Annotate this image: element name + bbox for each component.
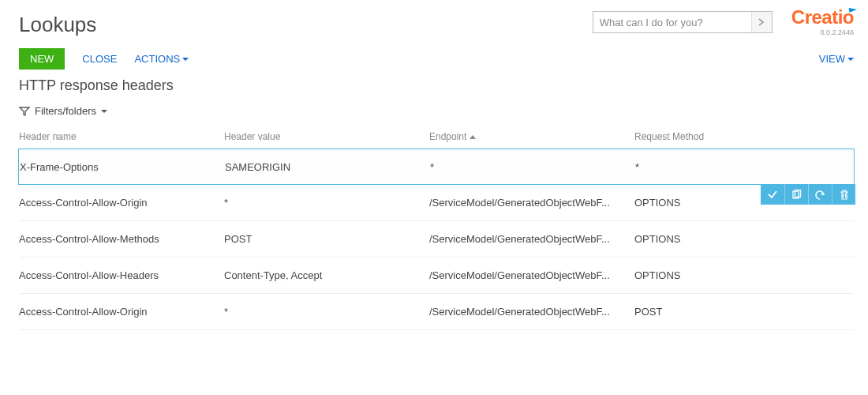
cell-header-name: Access-Control-Allow-Origin: [19, 306, 224, 318]
cell-endpoint: /ServiceModel/GeneratedObjectWebF...: [429, 233, 634, 245]
grid-body: X-Frame-OptionsSAMEORIGIN**Access-Contro…: [19, 149, 854, 330]
cell-request-method: *: [635, 161, 854, 173]
cell-endpoint: /ServiceModel/GeneratedObjectWebF...: [429, 197, 634, 209]
chevron-right-icon: [758, 18, 765, 26]
delete-button[interactable]: [832, 184, 855, 205]
brand-logo: Creatio: [791, 8, 854, 27]
table-row[interactable]: Access-Control-Allow-Origin*/ServiceMode…: [19, 294, 854, 330]
copy-button[interactable]: [784, 184, 808, 205]
cell-header-value: *: [224, 197, 429, 209]
cell-header-name: Access-Control-Allow-Origin: [19, 197, 224, 209]
actions-menu[interactable]: ACTIONS: [134, 53, 189, 65]
cell-header-name: X-Frame-Options: [20, 161, 225, 173]
cell-header-value: POST: [224, 233, 429, 245]
brand-version: 8.0.2.2446: [791, 28, 854, 36]
cell-request-method: OPTIONS: [634, 233, 854, 245]
cell-endpoint: *: [430, 161, 635, 173]
table-row[interactable]: Access-Control-Allow-Origin*/ServiceMode…: [19, 185, 854, 221]
column-header-value[interactable]: Header value: [224, 131, 429, 142]
cell-header-value: SAMEORIGIN: [225, 161, 430, 173]
column-endpoint[interactable]: Endpoint: [429, 131, 634, 142]
column-request-method[interactable]: Request Method: [634, 131, 854, 142]
confirm-button[interactable]: [761, 184, 784, 205]
delete-icon: [840, 190, 849, 200]
cell-header-value: *: [224, 306, 429, 318]
row-actions: [761, 184, 855, 205]
undo-icon: [814, 190, 826, 200]
brand-accent-icon: [849, 6, 858, 13]
filters-folders-menu[interactable]: Filters/folders: [19, 105, 854, 117]
close-button[interactable]: CLOSE: [82, 53, 117, 65]
cell-request-method: POST: [634, 306, 854, 318]
column-header-name[interactable]: Header name: [19, 131, 224, 142]
cell-request-method: OPTIONS: [634, 269, 854, 281]
undo-button[interactable]: [808, 184, 832, 205]
cell-header-name: Access-Control-Allow-Methods: [19, 233, 224, 245]
section-subtitle: HTTP response headers: [19, 77, 854, 94]
filter-icon: [19, 106, 30, 117]
new-button[interactable]: NEW: [19, 48, 65, 70]
view-menu[interactable]: VIEW: [819, 53, 854, 65]
table-row[interactable]: X-Frame-OptionsSAMEORIGIN**: [18, 149, 855, 185]
global-search-input[interactable]: [593, 17, 751, 28]
global-search-go[interactable]: [751, 12, 772, 32]
copy-icon: [791, 190, 802, 200]
cell-endpoint: /ServiceModel/GeneratedObjectWebF...: [429, 306, 634, 318]
grid-header: Header name Header value Endpoint Reques…: [19, 125, 854, 149]
sort-asc-icon: [470, 135, 476, 139]
chevron-down-icon: [101, 110, 107, 113]
page-title: Lookups: [19, 8, 96, 37]
cell-header-value: Content-Type, Accept: [224, 269, 429, 281]
confirm-icon: [767, 189, 778, 200]
cell-endpoint: /ServiceModel/GeneratedObjectWebF...: [429, 269, 634, 281]
table-row[interactable]: Access-Control-Allow-HeadersContent-Type…: [19, 258, 854, 294]
cell-header-name: Access-Control-Allow-Headers: [19, 269, 224, 281]
chevron-down-icon: [847, 58, 854, 61]
global-search[interactable]: [593, 11, 773, 33]
table-row[interactable]: Access-Control-Allow-MethodsPOST/Service…: [19, 221, 854, 258]
chevron-down-icon: [182, 58, 189, 61]
